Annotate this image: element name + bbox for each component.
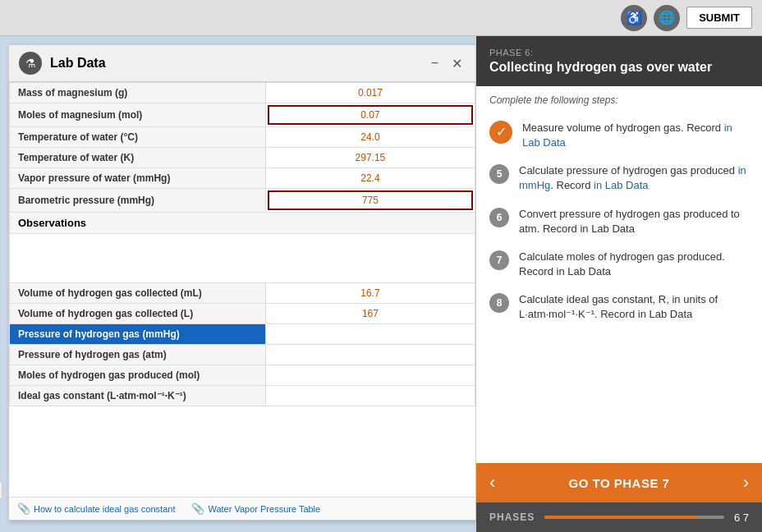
close-button[interactable]: ✕: [448, 54, 466, 73]
footer-link-water-vapor[interactable]: 📎 Water Vapor Pressure Table: [191, 502, 320, 515]
step-text-8: Calculate ideal gas constant, R, in unit…: [519, 292, 749, 322]
row-label: Volume of hydrogen gas collected (L): [10, 304, 266, 324]
table-row: Mass of magnesium (g) 0.017: [10, 83, 475, 103]
submit-button[interactable]: SUBMIT: [686, 7, 752, 29]
panel-header: ⚗ Lab Data − ✕: [9, 45, 475, 82]
table-row: Vapor pressure of water (mmHg) 22.4: [10, 168, 475, 189]
row-label: Temperature of water (K): [10, 148, 266, 168]
row-label: Barometric pressure (mmHg): [10, 189, 266, 213]
footer-link-label-2: Water Vapor Pressure Table: [208, 504, 320, 514]
step-item-4: ✓ Measure volume of hydrogen gas. Record…: [476, 114, 762, 157]
row-label: Ideal gas constant (L·atm·mol⁻¹·K⁻¹): [10, 386, 266, 406]
steps-area: Complete the following steps: ✓ Measure …: [476, 86, 762, 463]
observations-row: Observations: [10, 213, 475, 234]
row-label-highlighted: Pressure of hydrogen gas (mmHg): [10, 324, 266, 345]
right-content: PHASE 6: Collecting hydrogen gas over wa…: [476, 36, 762, 532]
step-number-7: 7: [489, 250, 509, 270]
table-row-highlighted: Pressure of hydrogen gas (mmHg): [10, 324, 475, 345]
accessibility-icon[interactable]: ♿: [621, 5, 647, 31]
lab-data-panel: ⚗ Lab Data − ✕ Mass of magnesium (g) 0.0…: [8, 44, 476, 521]
row-value: 16.7: [265, 283, 475, 304]
phase-title: Collecting hydrogen gas over water: [489, 59, 749, 76]
step-item-5: 5 Calculate pressure of hydrogen gas pro…: [476, 157, 762, 200]
minimize-button[interactable]: −: [428, 54, 442, 72]
step-link-5b[interactable]: in Lab Data: [594, 179, 649, 191]
link-icon-1: 📎: [17, 502, 30, 515]
row-value: [265, 345, 475, 365]
top-bar: ♿ 🌐 SUBMIT: [0, 0, 762, 36]
phase-nav: ‹ GO TO PHASE 7 ›: [476, 463, 762, 502]
row-input-cell: [265, 189, 475, 213]
row-label: Vapor pressure of water (mmHg): [10, 168, 266, 189]
row-label: Volume of hydrogen gas collected (mL): [10, 283, 266, 304]
table-row: Volume of hydrogen gas collected (L) 167: [10, 304, 475, 324]
row-label: Temperature of water (°C): [10, 127, 266, 148]
globe-icon[interactable]: 🌐: [654, 5, 680, 31]
phase-next-button[interactable]: ›: [730, 463, 762, 502]
step-text-4: Measure volume of hydrogen gas. Record i…: [522, 121, 749, 150]
row-value: [265, 386, 475, 406]
phase-label: PHASE 6:: [489, 48, 749, 57]
step-item-7: 7 Calculate moles of hydrogen gas produc…: [476, 243, 762, 286]
panel-footer: 📎 How to calculate ideal gas constant 📎 …: [9, 497, 475, 520]
row-label: Moles of magnesium (mol): [10, 103, 266, 127]
row-value: 24.0: [265, 127, 475, 148]
step-number-8: 8: [489, 293, 509, 313]
step-text-6: Convert pressure of hydrogen gas produce…: [519, 207, 749, 236]
step-link-4[interactable]: in Lab Data: [522, 122, 732, 149]
main-layout: RESET ⚗ Lab Data − ✕ Mass of magnesium (…: [0, 36, 762, 532]
row-value-highlighted: [265, 324, 475, 345]
table-row: Temperature of water (K) 297.15: [10, 148, 475, 168]
row-label: Pressure of hydrogen gas (atm): [10, 345, 266, 365]
moles-magnesium-input[interactable]: [268, 105, 473, 125]
table-row: Temperature of water (°C) 24.0: [10, 127, 475, 148]
step-check-icon: ✓: [489, 121, 512, 144]
row-label: Moles of hydrogen gas produced (mol): [10, 365, 266, 386]
data-table: Mass of magnesium (g) 0.017 Moles of mag…: [9, 82, 475, 406]
panel-title: Lab Data: [50, 56, 420, 71]
observations-label: Observations: [10, 213, 475, 234]
reset-button[interactable]: RESET: [0, 481, 2, 499]
observations-content: [10, 234, 475, 283]
row-value: 22.4: [265, 168, 475, 189]
steps-intro: Complete the following steps:: [476, 94, 762, 114]
step-number-6: 6: [489, 208, 509, 227]
step-item-6: 6 Convert pressure of hydrogen gas produ…: [476, 200, 762, 243]
step-item-8: 8 Calculate ideal gas constant, R, in un…: [476, 286, 762, 328]
row-value: [265, 365, 475, 386]
barometric-pressure-input[interactable]: [268, 190, 473, 210]
table-row: Volume of hydrogen gas collected (mL) 16…: [10, 283, 475, 304]
observations-empty: [10, 234, 475, 283]
phases-numbers: 6 7: [734, 511, 749, 524]
table-scroll: Mass of magnesium (g) 0.017 Moles of mag…: [9, 82, 475, 497]
row-label: Mass of magnesium (g): [10, 83, 266, 103]
phases-bar: PHASES 6 7: [476, 502, 762, 532]
row-value: 297.15: [265, 148, 475, 168]
footer-link-ideal-gas[interactable]: 📎 How to calculate ideal gas constant: [17, 502, 175, 515]
step-text-7: Calculate moles of hydrogen gas produced…: [519, 250, 749, 279]
phase-prev-button[interactable]: ‹: [476, 463, 508, 502]
step-number-5: 5: [489, 164, 509, 184]
panel-controls: − ✕: [428, 54, 466, 73]
table-row: Pressure of hydrogen gas (atm): [10, 345, 475, 365]
phases-label: PHASES: [489, 511, 535, 523]
footer-link-label-1: How to calculate ideal gas constant: [34, 504, 175, 514]
row-value: 0.017: [265, 83, 475, 103]
table-row: Moles of hydrogen gas produced (mol): [10, 365, 475, 386]
step-text-5: Calculate pressure of hydrogen gas produ…: [519, 163, 749, 193]
link-icon-2: 📎: [191, 502, 204, 515]
phases-progress-bar: [544, 516, 724, 519]
go-to-phase-label: GO TO PHASE 7: [569, 476, 670, 490]
table-row: Ideal gas constant (L·atm·mol⁻¹·K⁻¹): [10, 386, 475, 406]
table-row: Barometric pressure (mmHg): [10, 189, 475, 213]
row-value: 167: [265, 304, 475, 324]
table-row: Moles of magnesium (mol): [10, 103, 475, 127]
row-input-cell: [265, 103, 475, 127]
phase-header: PHASE 6: Collecting hydrogen gas over wa…: [476, 36, 762, 86]
phases-progress-fill: [544, 516, 697, 519]
lab-icon: ⚗: [19, 52, 42, 75]
